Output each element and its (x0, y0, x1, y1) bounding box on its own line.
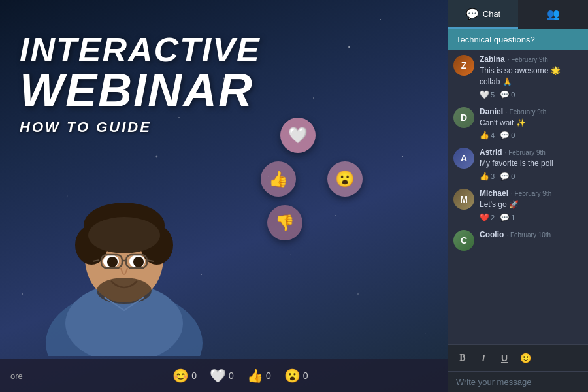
chat-input-field[interactable]: Write your message (448, 372, 588, 392)
chat-toolbar: B I U 🙂 (448, 345, 588, 372)
message-text: My favorite is the poll (480, 158, 583, 169)
chat-header-text: Technical questions? (456, 35, 535, 44)
tab-chat[interactable]: 💬 Chat (448, 0, 518, 29)
message-name: Michael (480, 189, 508, 198)
message-name: Zabina (480, 55, 505, 64)
reaction-thumbsup[interactable]: 👍 0 (247, 368, 271, 384)
message-name: Daniel (480, 107, 503, 116)
reaction-bar-left: ore (0, 371, 33, 381)
reaction-bar-items[interactable]: 😊 0 🤍 0 👍 0 😮 0 (33, 368, 448, 384)
message-reactions: 🤍 5 💬 0 (480, 90, 583, 99)
title-line2: WEBINAR (20, 67, 261, 114)
list-item: 💬 1 (500, 213, 515, 222)
message-content: Daniel · February 9th Can't wait ✨ 👍 4 💬… (480, 107, 583, 140)
message-header: Astrid · February 9th (480, 148, 583, 157)
message-content: Michael · February 9th Let's go 🚀 ❤️ 2 💬… (480, 189, 583, 222)
message-name: Coolio (480, 230, 504, 239)
table-row: D Daniel · February 9th Can't wait ✨ 👍 4… (453, 107, 583, 140)
tab-people[interactable]: 👥 (518, 0, 588, 29)
message-text: This is so awesome 🌟 collab 🙏 (480, 65, 583, 88)
chat-tab-icon: 💬 (466, 8, 479, 20)
svg-point-11 (133, 257, 144, 267)
message-reactions: ❤️ 2 💬 1 (480, 213, 583, 222)
message-date: · February 9th (506, 108, 546, 116)
message-name: Astrid (480, 148, 502, 157)
message-header: Zabina · February 9th (480, 55, 583, 64)
list-item: 👍 3 (480, 172, 495, 181)
wow-count: 0 (303, 370, 308, 381)
message-content: Astrid · February 9th My favorite is the… (480, 148, 583, 181)
bold-button[interactable]: B (453, 349, 472, 367)
smiley-emoji: 😊 (172, 368, 189, 384)
italic-button[interactable]: I (474, 349, 493, 367)
underline-button[interactable]: U (495, 349, 514, 367)
avatar: D (453, 107, 474, 128)
message-content: Coolio · February 10th (480, 230, 583, 251)
people-tab-icon: 👥 (547, 8, 560, 20)
reaction-smiley[interactable]: 😊 0 (172, 368, 197, 384)
chat-tab-label: Chat (483, 9, 500, 19)
list-item: ❤️ 2 (480, 213, 495, 222)
floating-thumbs: 👍 (261, 161, 296, 197)
wow-emoji: 😮 (284, 368, 301, 384)
message-header: Coolio · February 10th (480, 230, 583, 239)
messages-area: Z Zabina · February 9th This is so aweso… (448, 50, 588, 344)
chat-header: Technical questions? (448, 29, 588, 50)
message-date: · February 9th (505, 149, 546, 156)
message-header: Michael · February 9th (480, 189, 583, 198)
floating-heart: 🤍 (280, 118, 316, 153)
list-item: 💬 0 (500, 172, 515, 181)
chat-tabs: 💬 Chat 👥 (448, 0, 588, 29)
smiley-count: 0 (191, 370, 197, 381)
svg-point-10 (107, 257, 118, 267)
emoji-button[interactable]: 🙂 (516, 349, 534, 367)
reaction-heart[interactable]: 🤍 0 (210, 368, 234, 384)
avatar: Z (453, 55, 474, 76)
table-row: Z Zabina · February 9th This is so aweso… (453, 55, 583, 99)
svg-point-17 (97, 278, 152, 304)
heart-count: 0 (229, 370, 234, 381)
avatar: M (453, 189, 474, 210)
svg-point-7 (88, 217, 160, 253)
message-text: Let's go 🚀 (480, 199, 583, 210)
floating-wow: 😮 (327, 161, 363, 197)
avatar: A (453, 148, 474, 169)
heart-emoji: 🤍 (210, 368, 226, 384)
message-content: Zabina · February 9th This is so awesome… (480, 55, 583, 99)
table-row: C Coolio · February 10th (453, 230, 583, 251)
message-reactions: 👍 4 💬 0 (480, 131, 583, 140)
message-date: · February 9th (511, 190, 551, 197)
thumbsup-emoji: 👍 (247, 368, 263, 384)
message-text: Can't wait ✨ (480, 118, 583, 129)
list-item: 💬 0 (500, 131, 515, 140)
table-row: A Astrid · February 9th My favorite is t… (453, 148, 583, 181)
thumbsup-count: 0 (266, 370, 271, 381)
chat-panel: 💬 Chat 👥 Technical questions? Z Zabina ·… (448, 0, 588, 392)
reaction-wow[interactable]: 😮 0 (284, 368, 308, 384)
message-date: · February 9th (508, 56, 548, 63)
presenter-image (20, 134, 229, 356)
title-line1: INTERACTIVE (20, 33, 261, 67)
chat-input-placeholder: Write your message (456, 377, 531, 387)
video-area: INTERACTIVE WEBINAR HOW TO GUIDE (0, 0, 448, 392)
floating-reactions: 🤍 👍 😮 👎 (261, 118, 363, 240)
list-item: 👍 4 (480, 131, 495, 140)
reaction-bar: ore 😊 0 🤍 0 👍 0 😮 0 (0, 359, 448, 392)
list-item: 💬 0 (500, 90, 515, 99)
video-title: INTERACTIVE WEBINAR HOW TO GUIDE (20, 33, 261, 136)
avatar: C (453, 230, 474, 251)
message-date: · February 10th (506, 231, 551, 238)
message-header: Daniel · February 9th (480, 107, 583, 116)
chat-input-area: B I U 🙂 Write your message (448, 344, 588, 392)
table-row: M Michael · February 9th Let's go 🚀 ❤️ 2… (453, 189, 583, 222)
message-reactions: 👍 3 💬 0 (480, 172, 583, 181)
list-item: 🤍 5 (480, 90, 495, 99)
floating-thumbsdown: 👎 (267, 205, 302, 240)
